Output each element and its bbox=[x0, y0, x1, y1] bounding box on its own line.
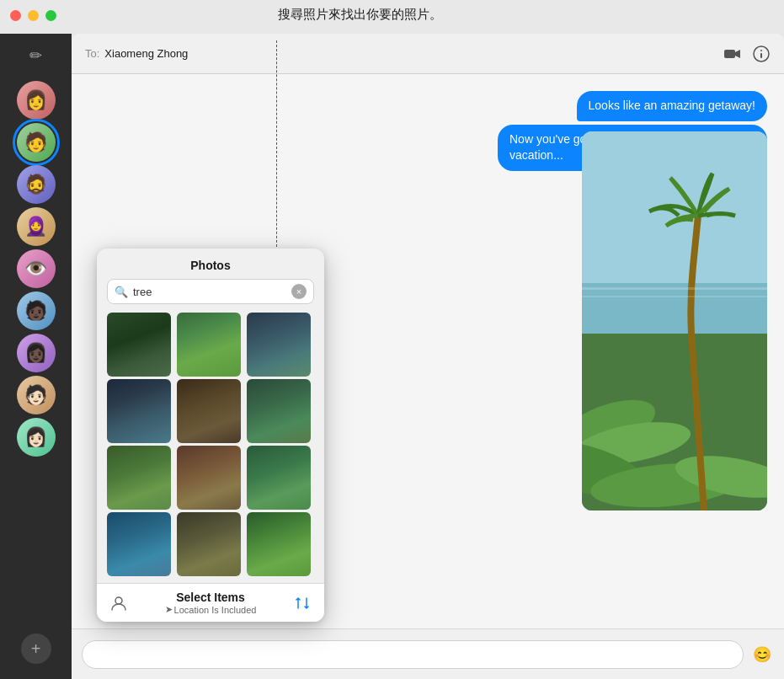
tooltip-text: 搜尋照片來找出你要的照片。 bbox=[278, 7, 442, 23]
sidebar-avatar-7[interactable]: 👩🏿 bbox=[17, 334, 56, 372]
photo-scene bbox=[582, 131, 767, 511]
svg-rect-2 bbox=[760, 53, 762, 58]
search-icon: 🔍 bbox=[115, 286, 128, 298]
photo-thumb-5[interactable] bbox=[177, 379, 241, 443]
person-icon[interactable] bbox=[107, 591, 131, 615]
sidebar-avatar-9[interactable]: 👩🏻 bbox=[17, 418, 56, 457]
photos-search-input[interactable] bbox=[133, 286, 291, 298]
photo-thumb-4[interactable] bbox=[107, 379, 171, 443]
svg-point-14 bbox=[115, 597, 122, 604]
location-label: ➤ Location Is Included bbox=[165, 604, 257, 615]
location-text: Location Is Included bbox=[174, 605, 257, 615]
sidebar-avatar-2[interactable]: 🧑 bbox=[17, 123, 56, 162]
svg-rect-4 bbox=[582, 131, 767, 300]
to-label: To: bbox=[85, 47, 99, 60]
input-bar: 😊 bbox=[72, 628, 784, 679]
pointer-line bbox=[276, 40, 277, 251]
photos-footer: Select Items ➤ Location Is Included bbox=[97, 583, 324, 622]
sidebar-avatar-5[interactable]: 👁️ bbox=[17, 249, 56, 288]
photos-popup: Photos 🔍 × bbox=[97, 249, 324, 622]
add-conversation-button[interactable]: + bbox=[21, 634, 51, 664]
traffic-lights bbox=[10, 10, 56, 21]
photo-thumb-1[interactable] bbox=[107, 313, 171, 377]
sidebar: ✏ 👩 🧑 🧔 🧕 👁️ 🧑🏿 👩🏿 🧑🏻 👩🏻 + bbox=[0, 34, 72, 679]
sidebar-avatar-3[interactable]: 🧔 bbox=[17, 165, 56, 204]
info-button[interactable] bbox=[752, 45, 771, 63]
emoji-button[interactable]: 😊 bbox=[750, 643, 774, 666]
svg-rect-3 bbox=[760, 50, 762, 51]
search-clear-button[interactable]: × bbox=[291, 284, 307, 299]
title-bar: To: Xiaomeng Zhong bbox=[72, 34, 784, 74]
minimize-button[interactable] bbox=[28, 10, 39, 21]
photos-search-bar: 🔍 × bbox=[107, 279, 314, 304]
message-input[interactable] bbox=[82, 640, 744, 669]
photo-image bbox=[582, 131, 767, 511]
maximize-button[interactable] bbox=[45, 10, 56, 21]
photo-thumb-7[interactable] bbox=[107, 446, 171, 510]
compose-button[interactable]: ✏ bbox=[21, 40, 51, 71]
sidebar-avatar-1[interactable]: 👩 bbox=[17, 81, 56, 120]
recipient-name: Xiaomeng Zhong bbox=[104, 47, 188, 60]
photo-thumb-8[interactable] bbox=[177, 446, 241, 510]
title-bar-actions bbox=[723, 45, 771, 63]
sidebar-avatar-4[interactable]: 🧕 bbox=[17, 207, 56, 246]
sort-button[interactable] bbox=[291, 591, 314, 615]
photo-thumb-3[interactable] bbox=[247, 313, 311, 377]
photo-thumb-6[interactable] bbox=[247, 379, 311, 443]
photo-thumb-12[interactable] bbox=[247, 512, 311, 576]
photo-thumb-2[interactable] bbox=[177, 313, 241, 377]
sidebar-avatar-8[interactable]: 🧑🏻 bbox=[17, 376, 56, 414]
shared-photo[interactable] bbox=[582, 131, 767, 511]
close-button[interactable] bbox=[10, 10, 21, 21]
photo-thumb-10[interactable] bbox=[107, 512, 171, 576]
photo-thumb-11[interactable] bbox=[177, 512, 241, 576]
photo-thumb-9[interactable] bbox=[247, 446, 311, 510]
svg-rect-13 bbox=[582, 296, 767, 297]
sidebar-avatar-6[interactable]: 🧑🏿 bbox=[17, 291, 56, 330]
location-arrow-icon: ➤ bbox=[165, 604, 173, 615]
svg-rect-12 bbox=[582, 287, 767, 290]
message-bubble-1: Looks like an amazing getaway! bbox=[577, 91, 767, 121]
select-items-label: Select Items bbox=[176, 591, 245, 604]
video-call-button[interactable] bbox=[723, 45, 742, 63]
footer-center: Select Items ➤ Location Is Included bbox=[165, 591, 257, 615]
svg-rect-0 bbox=[724, 50, 735, 58]
photos-popup-title: Photos bbox=[97, 249, 324, 279]
photos-grid bbox=[97, 313, 324, 576]
